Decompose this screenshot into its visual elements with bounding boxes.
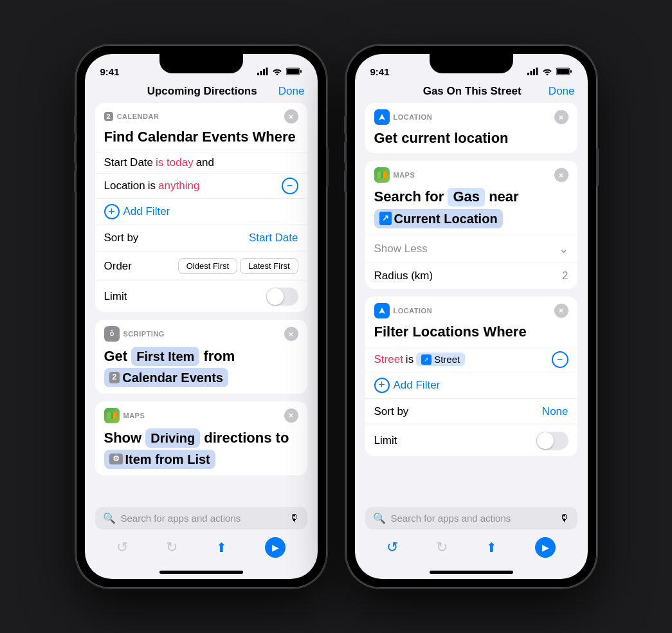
current-location-token[interactable]: ↗ Current Location [374, 209, 503, 228]
scroll-content-2[interactable]: LOCATION × Get current location [355, 103, 588, 502]
location-get-header: LOCATION × [365, 103, 577, 129]
silent-button-2[interactable] [344, 116, 347, 134]
volume-down-button[interactable] [74, 170, 77, 192]
battery-icon [286, 68, 302, 75]
wifi-icon [272, 68, 282, 75]
item-from-list-token[interactable]: ⚙ Item from List [104, 450, 215, 469]
location-get-header-left: LOCATION [374, 109, 433, 125]
redo-button-2[interactable]: ↻ [436, 539, 448, 556]
scripting-icon [104, 326, 120, 342]
bottom-bar-1: 🔍 Search for apps and actions 🎙 [85, 502, 318, 532]
scripting-category: SCRIPTING [123, 330, 165, 338]
driving-token[interactable]: Driving [145, 428, 200, 448]
calendar-events-num: 2 [109, 372, 120, 383]
home-indicator-2 [430, 571, 513, 574]
calendar-order-segmented: Oldest First Latest First [178, 258, 298, 274]
svg-rect-12 [533, 69, 535, 75]
notch [159, 54, 243, 73]
calendar-card-title: Find Calendar Events Where [95, 127, 307, 152]
status-time-1: 9:41 [100, 66, 120, 77]
calendar-close-button[interactable]: × [284, 109, 298, 124]
search-bar-2[interactable]: 🔍 Search for apps and actions 🎙 [365, 507, 577, 529]
svg-marker-17 [381, 171, 383, 179]
svg-rect-2 [263, 69, 265, 75]
maps-search-header: MAPS × [365, 161, 577, 187]
maps-card: MAPS × Show Driving directions to ⚙ Item… [95, 401, 307, 475]
svg-marker-8 [107, 412, 111, 419]
nav-bar-1: Upcoming Directions Done [85, 82, 318, 103]
maps-search-category: MAPS [394, 171, 415, 179]
calendar-add-filter-button[interactable]: + [104, 204, 120, 219]
latest-first-button[interactable]: Latest First [240, 258, 298, 274]
wifi-icon-2 [542, 68, 552, 75]
gas-tag[interactable]: Gas [448, 188, 485, 206]
near-label: near [489, 188, 518, 205]
search-bar-1[interactable]: 🔍 Search for apps and actions 🎙 [95, 507, 307, 529]
location-sort-label: Sort by [374, 405, 409, 418]
radius-row: Radius (km) 2 [365, 262, 577, 289]
location-filter-icon [374, 303, 390, 318]
scripting-close-button[interactable]: × [284, 327, 298, 341]
redo-button-1[interactable]: ↻ [166, 539, 177, 556]
mic-icon-1[interactable]: 🎙 [289, 513, 300, 524]
oldest-first-button[interactable]: Oldest First [178, 258, 237, 274]
calendar-add-filter-label[interactable]: Add Filter [123, 205, 170, 218]
scripting-get-label: Get [104, 348, 132, 364]
volume-down-button-2[interactable] [344, 170, 347, 192]
maps-search-map-icon [377, 170, 387, 180]
start-date-label: Start Date [104, 156, 154, 169]
share-button-1[interactable]: ⬆ [216, 540, 227, 555]
svg-marker-19 [383, 171, 386, 179]
volume-up-button-2[interactable] [344, 142, 347, 163]
undo-button-2[interactable]: ↺ [386, 539, 398, 556]
location-sort-value[interactable]: None [542, 405, 568, 418]
svg-rect-0 [257, 73, 259, 75]
signal-icon [257, 68, 268, 75]
location-add-filter-label[interactable]: Add Filter [394, 379, 440, 392]
show-less-label[interactable]: Show Less [374, 243, 428, 255]
start-date-filter-row: Start Date is today and [95, 152, 307, 173]
nav-done-1[interactable]: Done [278, 85, 305, 98]
street-remove-button[interactable]: − [552, 351, 568, 368]
calendar-add-filter-row: + Add Filter [95, 198, 307, 225]
mic-icon-2[interactable]: 🎙 [559, 513, 570, 524]
location-filter-close-button[interactable]: × [554, 304, 568, 318]
svg-rect-5 [287, 69, 299, 74]
power-button-2[interactable] [596, 148, 599, 187]
maps-close-button[interactable]: × [284, 408, 298, 423]
location-get-icon [374, 109, 390, 125]
location-limit-toggle[interactable] [536, 432, 568, 450]
radius-value[interactable]: 2 [562, 270, 568, 282]
location-get-close-button[interactable]: × [554, 110, 568, 124]
calendar-card: 2 CALENDAR × Find Calendar Events Where … [95, 103, 307, 312]
location-add-filter-button[interactable]: + [374, 378, 390, 393]
silent-button[interactable] [74, 116, 77, 134]
calendar-limit-toggle[interactable] [266, 288, 298, 306]
street-tag[interactable]: ↗ Street [416, 353, 465, 366]
calendar-sort-row: Sort by Start Date [95, 225, 307, 251]
share-button-2[interactable]: ⬆ [486, 540, 497, 555]
scroll-content-1[interactable]: 2 CALENDAR × Find Calendar Events Where … [85, 103, 318, 502]
location-arrow-icon: ↗ [379, 212, 392, 225]
calendar-events-token[interactable]: 2 Calendar Events [104, 368, 228, 387]
location-filter-row: Location is anything − [95, 173, 307, 198]
scripting-card-title: Get First Item from 2 Calendar Events [95, 345, 307, 394]
nav-done-2[interactable]: Done [549, 85, 575, 98]
power-button[interactable] [326, 148, 329, 187]
volume-up-button[interactable] [74, 142, 77, 163]
svg-marker-18 [377, 171, 381, 179]
first-item-token[interactable]: First Item [131, 347, 199, 366]
undo-button-1[interactable]: ↺ [116, 539, 128, 556]
location-filter-category: LOCATION [394, 307, 433, 315]
nav-title-2: Gas On This Street [423, 85, 522, 98]
start-date-keyword: is today [156, 156, 194, 169]
play-button-2[interactable]: ▶ [535, 537, 556, 558]
maps-search-close-button[interactable]: × [554, 168, 568, 182]
location-remove-button[interactable]: − [282, 178, 298, 194]
chevron-down-icon: ⌄ [559, 242, 568, 256]
calendar-limit-row: Limit [95, 280, 307, 312]
calendar-sort-value[interactable]: Start Date [249, 232, 298, 244]
home-indicator-1 [159, 571, 243, 574]
maps-card-header: MAPS × [95, 401, 307, 427]
play-button-1[interactable]: ▶ [265, 537, 286, 558]
